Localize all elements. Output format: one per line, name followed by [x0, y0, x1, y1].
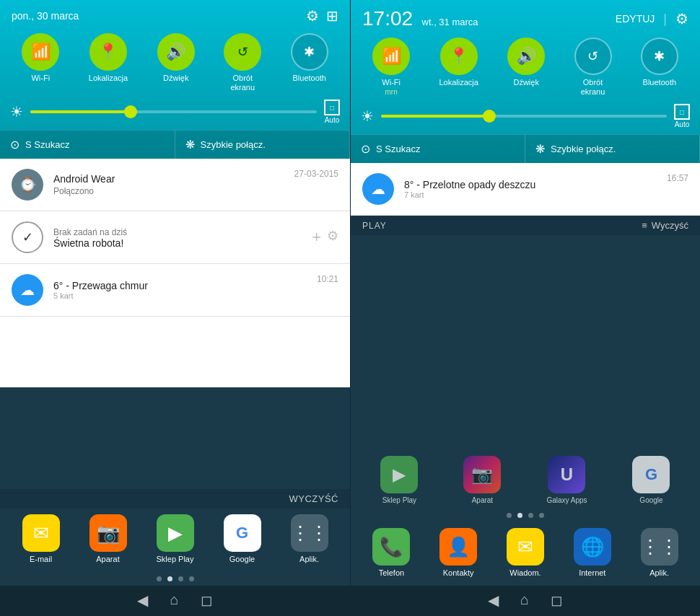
left-nav-back-icon[interactable]: ◀ [137, 591, 148, 609]
left-dock-apps[interactable]: ⋮⋮ Aplik. [291, 514, 328, 563]
left-notif-tasks[interactable]: ✓ Brak zadań na dziś Świetna robota! + ⚙ [0, 211, 350, 264]
right-dock-apps[interactable]: ⋮⋮ Aplik. [641, 528, 678, 577]
right-brightness-slider[interactable] [381, 115, 667, 118]
right-toggle-rotation[interactable]: ↺ Obrótekranu [574, 38, 612, 97]
right-shade-header: 17:02 wt., 31 marca EDYTUJ | ⚙ [351, 0, 700, 33]
right-toggle-bluetooth-label: Bluetooth [643, 78, 676, 87]
right-app-galaxy[interactable]: U Galaxy Apps [546, 456, 587, 504]
left-notif-weather-content: 6° - Przewaga chmur 5 kart [53, 280, 307, 300]
left-dock-google-label: Google [229, 555, 255, 563]
right-dock-messages-icon: ✉ [507, 528, 544, 566]
left-toggle-wifi-label: Wi-Fi [31, 74, 50, 83]
left-search-icon: ⊙ [10, 138, 19, 151]
left-notif-tasks-title: Świetna robota! [53, 237, 296, 249]
left-notif-weather-title: 6° - Przewaga chmur [53, 280, 307, 291]
right-quick-connect-button[interactable]: ❋ Szybkie połącz. [525, 135, 700, 163]
right-dock-phone[interactable]: 📞 Telefon [372, 528, 410, 577]
left-brightness-slider[interactable] [30, 110, 317, 113]
right-notif-weather-content: 8° - Przelotne opady deszczu 7 kart [404, 179, 657, 199]
right-brightness-auto[interactable]: □ Auto [674, 104, 690, 128]
right-quick-toggles: 📶 Wi-Fimrn 📍 Lokalizacja 🔊 Dźwięk ↺ Obró… [351, 33, 700, 101]
right-app-play-label: Sklep Play [382, 496, 416, 504]
left-homescreen: WYCZYŚĆ ✉ E-mail 📷 Aparat ▶ Sklep Play G… [0, 387, 350, 616]
left-nav-dots [0, 572, 350, 586]
left-grid-icon[interactable]: ⊞ [326, 7, 338, 25]
right-panel: 17:02 wt., 31 marca EDYTUJ | ⚙ 📶 Wi-Fimr… [350, 0, 700, 616]
right-notif-weather[interactable]: ☁ 8° - Przelotne opady deszczu 7 kart 16… [351, 163, 700, 216]
right-app-play[interactable]: ▶ Sklep Play [380, 456, 418, 504]
left-nav-bar: ◀ ⌂ ◻ [0, 586, 350, 616]
left-notif-weather[interactable]: ☁ 6° - Przewaga chmur 5 kart 10:21 [0, 264, 350, 317]
left-toggle-wifi[interactable]: 📶 Wi-Fi [22, 33, 59, 92]
left-notif-android-wear-time: 27-03-2015 [294, 169, 338, 179]
right-shade: 17:02 wt., 31 marca EDYTUJ | ⚙ 📶 Wi-Fimr… [351, 0, 700, 163]
right-app-camera[interactable]: 📷 Aparat [463, 456, 501, 504]
right-nav-dot-3 [528, 513, 533, 518]
left-notif-tasks-subtitle: Brak zadań na dziś [53, 227, 296, 237]
right-nav-bar: ◀ ⌂ ◻ [351, 586, 700, 616]
left-brightness-auto[interactable]: □ Auto [324, 100, 340, 124]
right-search-button[interactable]: ⊙ S Szukacz [351, 135, 525, 163]
right-dock-internet[interactable]: 🌐 Internet [574, 528, 611, 577]
right-settings-icon[interactable]: ⚙ [675, 10, 688, 27]
left-date: pon., 30 marca [12, 10, 79, 22]
left-search-label: S Szukacz [25, 139, 69, 150]
right-time: 17:02 [362, 7, 413, 30]
left-settings-icon[interactable]: ⚙ [306, 7, 319, 25]
left-dock-play[interactable]: ▶ Sklep Play [157, 514, 194, 563]
left-nav-dot-1 [157, 576, 162, 581]
left-toggle-location-label: Lokalizacja [89, 74, 128, 83]
right-nav-dot-1 [507, 513, 512, 518]
left-toggle-rotation-circle: ↺ [224, 33, 261, 71]
left-dock-google[interactable]: G Google [224, 514, 261, 563]
right-nav-home-icon[interactable]: ⌂ [520, 591, 529, 609]
right-toggle-sound[interactable]: 🔊 Dźwięk [507, 38, 545, 97]
right-app-google[interactable]: G Google [632, 456, 670, 504]
right-wyczysc-button[interactable]: ≡ Wyczyść [642, 220, 688, 231]
left-notif-android-wear-title: Android Wear [53, 173, 284, 185]
left-notif-tasks-gear-icon[interactable]: ⚙ [327, 228, 338, 247]
left-nav-recent-icon[interactable]: ◻ [201, 591, 213, 609]
left-dock-email[interactable]: ✉ E-mail [22, 514, 60, 563]
left-quick-connect-icon: ❋ [185, 138, 195, 151]
left-toggle-rotation[interactable]: ↺ Obrótekranu [224, 33, 261, 92]
left-nav-dot-4 [189, 576, 194, 581]
right-nav-recent-icon[interactable]: ◻ [551, 591, 563, 609]
left-bottom-bar: WYCZYŚĆ [0, 489, 350, 509]
left-toggle-location-circle: 📍 [89, 33, 127, 71]
right-app-camera-icon: 📷 [463, 456, 501, 493]
right-dock-apps-label: Aplik. [649, 568, 669, 577]
left-auto-label: Auto [325, 116, 340, 124]
right-toggle-location[interactable]: 📍 Lokalizacja [439, 38, 478, 97]
left-notif-tasks-add-icon[interactable]: + [312, 228, 321, 247]
left-dock-camera-icon: 📷 [89, 514, 127, 552]
right-toggle-wifi[interactable]: 📶 Wi-Fimrn [372, 38, 410, 97]
left-toggle-bluetooth[interactable]: ✱ Bluetooth [291, 33, 328, 92]
right-toggle-rotation-circle: ↺ [574, 38, 612, 75]
left-brightness-thumb [124, 105, 137, 118]
right-notif-weather-count: 7 kart [404, 190, 657, 199]
left-dock-play-label: Sklep Play [157, 555, 194, 563]
right-time-date: 17:02 wt., 31 marca [362, 7, 478, 30]
right-dock-messages[interactable]: ✉ Wiadom. [507, 528, 544, 577]
right-wyczysc-label: Wyczyść [652, 220, 688, 231]
left-wyczysc-button[interactable]: WYCZYŚĆ [289, 493, 339, 504]
right-brightness-thumb [483, 110, 496, 123]
right-edit-button[interactable]: EDYTUJ [616, 13, 655, 25]
left-nav-dot-2 [167, 576, 172, 581]
right-nav-back-icon[interactable]: ◀ [488, 591, 499, 609]
left-dock-email-label: E-mail [30, 555, 52, 563]
left-nav-dot-3 [178, 576, 183, 581]
left-dock-camera[interactable]: 📷 Aparat [89, 514, 127, 563]
left-toggle-location[interactable]: 📍 Lokalizacja [89, 33, 128, 92]
right-toggle-bluetooth[interactable]: ✱ Bluetooth [641, 38, 678, 97]
left-notif-tasks-icon: ✓ [12, 221, 43, 253]
left-toggle-sound[interactable]: 🔊 Dźwięk [157, 33, 195, 92]
left-nav-home-icon[interactable]: ⌂ [170, 591, 178, 609]
left-notif-android-wear[interactable]: ⌚ Android Wear Połączono 27-03-2015 [0, 159, 350, 211]
left-quick-connect-button[interactable]: ❋ Szybkie połącz. [175, 131, 351, 159]
right-dock-contacts[interactable]: 👤 Kontakty [439, 528, 477, 577]
right-homescreen: ▶ Sklep Play 📷 Aparat U Galaxy Apps G Go… [351, 235, 700, 616]
left-dock-apps-icon: ⋮⋮ [291, 514, 328, 552]
left-search-button[interactable]: ⊙ S Szukacz [0, 131, 175, 159]
